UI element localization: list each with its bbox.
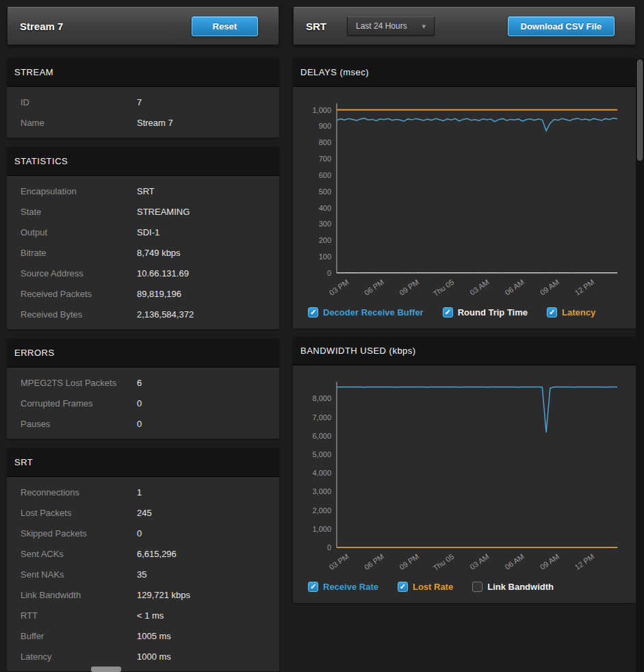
- chart-svg: 01002003004005006007008009001,00003 PM06…: [298, 95, 627, 305]
- series-line: [337, 118, 617, 131]
- svg-text:0: 0: [327, 269, 331, 277]
- stat-row: Link Bandwidth129,721 kbps: [7, 584, 279, 605]
- errors-panel-title: ERRORS: [7, 339, 279, 367]
- unchecked-checkbox-icon[interactable]: [472, 582, 482, 592]
- bandwidth-panel-title: BANDWIDTH USED (kbps): [293, 337, 636, 365]
- svg-text:500: 500: [319, 188, 331, 196]
- svg-text:Thu 05: Thu 05: [431, 278, 455, 298]
- stat-label: Received Bytes: [21, 309, 137, 320]
- stream-panel-title: STREAM: [7, 58, 279, 87]
- stat-value: 245: [137, 508, 152, 518]
- svg-text:900: 900: [319, 122, 331, 130]
- stat-value: 2,136,584,372: [137, 309, 194, 320]
- stat-row: Lost Packets245: [7, 502, 279, 523]
- checked-checkbox-icon[interactable]: ✓: [547, 307, 557, 318]
- legend-item: ✓Decoder Receive Buffer: [308, 307, 424, 318]
- stat-value: 129,721 kbps: [137, 590, 190, 600]
- checked-checkbox-icon[interactable]: ✓: [308, 582, 318, 592]
- svg-text:1,000: 1,000: [312, 525, 331, 533]
- legend-item: ✓Lost Rate: [398, 582, 453, 592]
- stat-label: Source Address: [21, 268, 137, 279]
- stat-row: Received Bytes2,136,584,372: [7, 304, 279, 324]
- stat-value: 6,615,296: [137, 549, 177, 559]
- stream-title: Stream 7: [20, 21, 63, 32]
- stat-row: MPEG2TS Lost Packets6: [7, 372, 279, 393]
- stat-value: 0: [137, 419, 142, 429]
- stat-value: Stream 7: [137, 118, 173, 128]
- stat-label: Pauses: [21, 419, 137, 429]
- stat-label: State: [21, 207, 137, 217]
- svg-text:09 PM: 09 PM: [398, 278, 420, 297]
- stat-row: RTT< 1 ms: [7, 605, 279, 625]
- vertical-scrollbar[interactable]: [636, 58, 644, 672]
- stat-value: STREAMING: [137, 207, 190, 217]
- delays-panel: DELAYS (msec) 01002003004005006007008009…: [293, 58, 636, 328]
- svg-text:03 PM: 03 PM: [328, 278, 350, 297]
- checked-checkbox-icon[interactable]: ✓: [398, 582, 408, 592]
- checked-checkbox-icon[interactable]: ✓: [443, 307, 453, 318]
- stat-label: MPEG2TS Lost Packets: [21, 378, 137, 388]
- stat-row: Reconnections1: [7, 482, 279, 502]
- errors-table: MPEG2TS Lost Packets6Corrupted Frames0Pa…: [7, 367, 279, 439]
- stat-label: Encapsulation: [21, 186, 137, 196]
- stat-label: Output: [21, 227, 137, 237]
- delays-legend: ✓Decoder Receive Buffer✓Round Trip Time✓…: [293, 305, 636, 328]
- svg-text:03 AM: 03 AM: [468, 278, 490, 297]
- legend-label: Round Trip Time: [458, 307, 528, 318]
- svg-text:06 AM: 06 AM: [503, 278, 525, 297]
- reset-button[interactable]: Reset: [192, 16, 258, 36]
- stat-label: RTT: [21, 610, 137, 621]
- svg-text:09 AM: 09 AM: [539, 552, 561, 571]
- stat-row: Latency1000 ms: [7, 646, 279, 667]
- svg-text:700: 700: [319, 155, 331, 163]
- stat-label: Corrupted Frames: [21, 398, 137, 409]
- stat-row: Bitrate8,749 kbps: [7, 242, 279, 263]
- stat-label: Link Bandwidth: [21, 590, 137, 600]
- stat-row: Skipped Packets0: [7, 523, 279, 543]
- stat-label: Sent ACKs: [21, 549, 137, 559]
- svg-text:7,000: 7,000: [312, 413, 331, 422]
- svg-text:5,000: 5,000: [312, 450, 331, 458]
- checked-checkbox-icon[interactable]: ✓: [308, 307, 318, 318]
- svg-text:6,000: 6,000: [312, 432, 331, 440]
- delays-chart: 01002003004005006007008009001,00003 PM06…: [293, 87, 636, 305]
- svg-text:300: 300: [319, 220, 331, 228]
- stat-value: 0: [137, 398, 142, 409]
- legend-label: Decoder Receive Buffer: [323, 307, 424, 318]
- legend-label: Receive Rate: [323, 582, 378, 592]
- stat-value: 1005 ms: [137, 631, 171, 641]
- charts-column: DELAYS (msec) 01002003004005006007008009…: [293, 58, 636, 611]
- chevron-down-icon: ▾: [422, 22, 426, 31]
- svg-text:0: 0: [327, 543, 331, 552]
- stat-row: Source Address10.66.131.69: [7, 263, 279, 283]
- srt-stats-panel: SRT Reconnections1Lost Packets245Skipped…: [7, 448, 279, 671]
- vertical-scrollbar-thumb[interactable]: [637, 60, 643, 161]
- srt-stats-table: Reconnections1Lost Packets245Skipped Pac…: [7, 477, 279, 671]
- stream-table: ID7NameStream 7: [7, 87, 279, 138]
- svg-text:03 AM: 03 AM: [468, 552, 490, 571]
- stream-panel: STREAM ID7NameStream 7: [7, 58, 279, 138]
- srt-header-bar: SRT Last 24 Hours ▾ Download CSV File: [293, 7, 636, 45]
- bandwidth-chart: 01,0002,0003,0004,0005,0006,0007,0008,00…: [293, 365, 636, 579]
- download-csv-button[interactable]: Download CSV File: [508, 16, 615, 36]
- bandwidth-panel: BANDWIDTH USED (kbps) 01,0002,0003,0004,…: [293, 337, 636, 603]
- stat-value: SRT: [137, 186, 155, 196]
- stat-row: Received Packets89,819,196: [7, 283, 279, 304]
- svg-text:09 AM: 09 AM: [539, 278, 561, 297]
- svg-text:800: 800: [319, 138, 331, 146]
- stat-row: ID7: [7, 92, 279, 112]
- svg-text:Thu 05: Thu 05: [431, 552, 455, 572]
- time-range-dropdown[interactable]: Last 24 Hours ▾: [347, 16, 435, 36]
- horizontal-scrollbar-thumb[interactable]: [91, 667, 121, 672]
- errors-panel: ERRORS MPEG2TS Lost Packets6Corrupted Fr…: [7, 339, 279, 439]
- stat-row: EncapsulationSRT: [7, 181, 279, 201]
- legend-item: ✓Round Trip Time: [443, 307, 528, 318]
- stat-value: 10.66.131.69: [137, 268, 189, 279]
- stat-label: Name: [21, 118, 137, 128]
- stream-header-bar: Stream 7 Reset: [7, 7, 279, 45]
- svg-text:4,000: 4,000: [312, 469, 331, 477]
- stat-label: Received Packets: [21, 289, 137, 299]
- delays-panel-title: DELAYS (msec): [293, 58, 636, 87]
- stat-label: Bitrate: [21, 248, 137, 258]
- legend-item: Link Bandwidth: [472, 582, 554, 592]
